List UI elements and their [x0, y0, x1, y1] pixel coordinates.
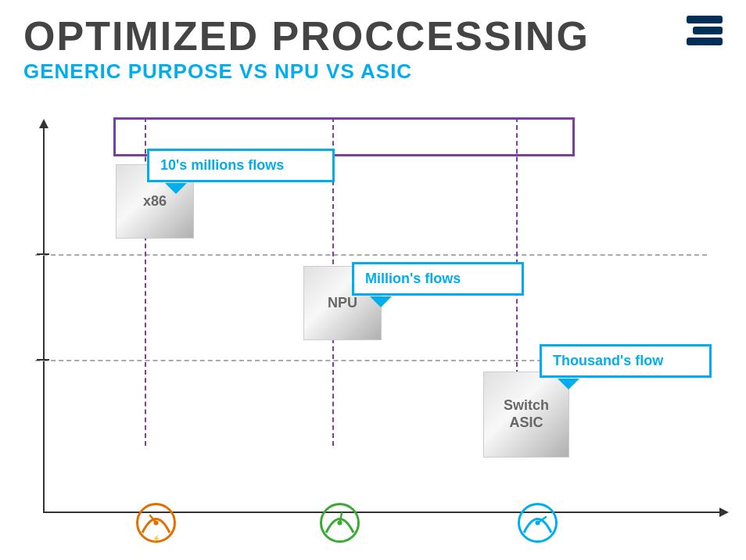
- svg-point-9: [536, 521, 540, 526]
- gauge-icon-3: [516, 501, 559, 544]
- y-tick-upper: [37, 253, 49, 255]
- y-axis: [43, 125, 45, 513]
- svg-point-6: [338, 521, 343, 526]
- logo-bar-2: [693, 27, 723, 34]
- gauge-icon-2: [318, 501, 361, 544]
- main-title: OPTIMIZED PROCCESSING: [23, 16, 723, 56]
- gauge-icon-1: ⚡: [134, 501, 178, 544]
- diagram: x86 NPU Switch ASIC 10's millions flows …: [0, 102, 746, 560]
- ericsson-logo: [687, 16, 723, 45]
- y-tick-lower: [37, 359, 49, 361]
- h-line-upper: [35, 254, 707, 256]
- svg-text:⚡: ⚡: [152, 534, 160, 542]
- callout-thousands-flow: Thousand's flow: [540, 344, 712, 378]
- header: OPTIMIZED PROCCESSING GENERIC PURPOSE VS…: [23, 16, 723, 84]
- logo-bar-3: [687, 38, 723, 45]
- callout-million-flows: Million's flows: [352, 262, 524, 296]
- asic-box: Switch ASIC: [483, 372, 569, 458]
- logo-bar-1: [687, 16, 723, 23]
- callout-millions-flows: 10's millions flows: [147, 149, 335, 182]
- sub-title: GENERIC PURPOSE VS NPU VS ASIC: [23, 59, 723, 84]
- svg-point-2: [154, 521, 159, 526]
